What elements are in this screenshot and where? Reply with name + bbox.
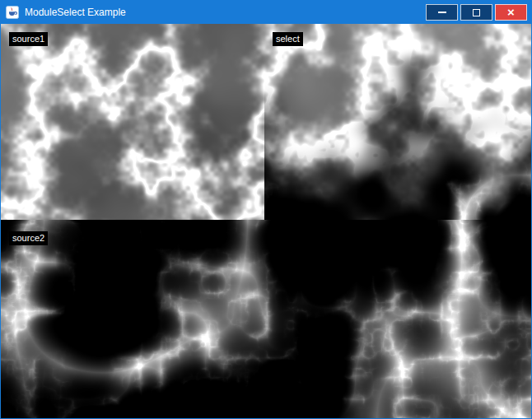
close-button[interactable]: × xyxy=(495,4,527,21)
titlebar[interactable]: ModuleSelect Example × xyxy=(1,1,531,24)
render-area: source1 select source2 xyxy=(1,24,531,418)
select-label: select xyxy=(273,32,303,46)
select-canvas xyxy=(264,24,531,220)
minimize-icon xyxy=(438,12,446,13)
app-window: ModuleSelect Example × source1 select so… xyxy=(0,0,532,419)
source2-label: source2 xyxy=(9,231,48,245)
maximize-icon xyxy=(473,9,480,16)
minimize-button[interactable] xyxy=(426,4,458,21)
window-controls: × xyxy=(426,4,531,21)
java-coffee-cup-icon xyxy=(6,6,19,19)
source1-label: source1 xyxy=(9,32,48,46)
window-title: ModuleSelect Example xyxy=(25,1,126,24)
maximize-button[interactable] xyxy=(460,4,492,21)
source1-canvas xyxy=(1,24,264,220)
close-icon: × xyxy=(507,6,515,18)
source2-canvas xyxy=(1,220,531,418)
